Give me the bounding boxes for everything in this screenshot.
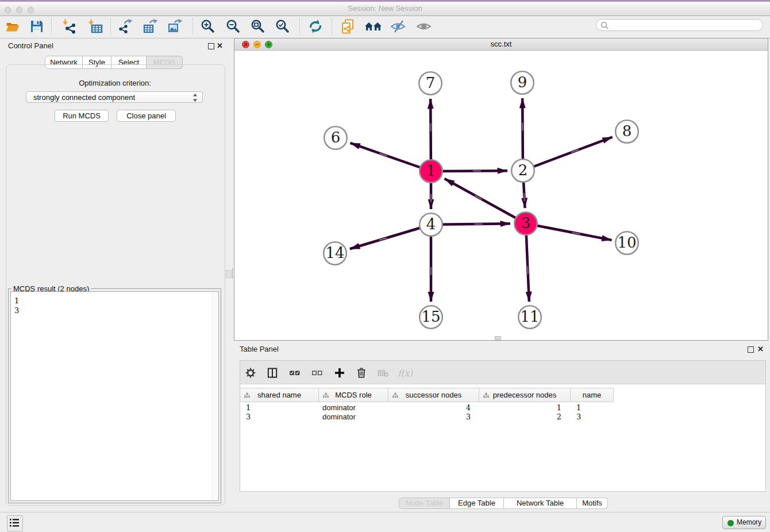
mcds-result-line: 1 (11, 296, 19, 306)
cell[interactable]: 1 (571, 403, 614, 413)
status-list-button[interactable] (7, 515, 23, 531)
node-label-7: 7 (426, 74, 436, 91)
table-panel-float-button[interactable] (748, 346, 754, 353)
cell[interactable]: 1 (479, 403, 571, 413)
table-row-2[interactable]: 3dominator323 (240, 413, 767, 422)
table-tab-node-table[interactable]: Node Table (399, 498, 450, 509)
node-label-14: 14 (325, 244, 344, 261)
column-header-predecessor-nodes[interactable]: predecessor nodes (479, 388, 571, 402)
status-bar: Memory (0, 512, 770, 532)
cell[interactable]: 4 (388, 403, 479, 413)
column-header-shared-name[interactable]: shared name (240, 388, 319, 402)
close-panel-button[interactable]: Close panel (117, 110, 176, 122)
svg-text:f(x): f(x) (398, 368, 413, 379)
select-all-icon[interactable] (287, 365, 302, 380)
edge-label-4-15 (430, 267, 432, 275)
network-view-window: scc.txt 1234678910111415 (234, 38, 768, 341)
view-minimize-button[interactable] (253, 41, 261, 48)
search-box[interactable] (596, 19, 763, 31)
memory-button[interactable]: Memory (722, 516, 766, 529)
optimization-criterion-select[interactable]: strongly connected component (26, 91, 203, 103)
mcds-result-scrollbar[interactable] (212, 292, 218, 500)
table-settings-icon[interactable] (243, 365, 258, 380)
toolbar-separator (192, 18, 193, 34)
hide-selected-icon[interactable] (390, 19, 407, 34)
clone-network-icon[interactable] (340, 19, 355, 34)
export-image-icon[interactable] (168, 19, 183, 34)
mcds-result-line: 3 (11, 306, 19, 315)
zoom-selected-icon[interactable] (275, 19, 290, 34)
edge-3-1[interactable] (445, 179, 526, 223)
show-columns-icon[interactable] (265, 365, 280, 380)
zoom-fit-icon[interactable] (251, 19, 265, 34)
sort-icon (323, 392, 329, 398)
edge-label-1-7 (430, 123, 431, 131)
cell[interactable]: 3 (240, 413, 319, 422)
main-toolbar (0, 16, 770, 38)
control-panel-close-button[interactable]: ✕ (217, 43, 223, 49)
cell[interactable]: 1 (240, 403, 319, 413)
cell[interactable]: dominator (319, 403, 388, 413)
window-close-button[interactable] (5, 7, 11, 13)
search-icon (600, 21, 609, 30)
delete-icon[interactable] (354, 365, 369, 380)
memory-status-icon (727, 520, 734, 526)
column-header-name[interactable]: name (571, 388, 614, 402)
memory-button-label: Memory (737, 518, 761, 526)
run-mcds-button[interactable]: Run MCDS (55, 110, 109, 122)
list-icon (7, 516, 21, 530)
network-canvas[interactable]: 1234678910111415 (234, 51, 768, 340)
node-label-6: 6 (331, 129, 341, 146)
column-header-MCDS-role[interactable]: MCDS role (319, 388, 388, 402)
export-table-icon[interactable] (143, 19, 158, 34)
window-minimize-button[interactable] (16, 7, 22, 13)
zoom-in-icon[interactable] (201, 19, 215, 34)
table-tab-edge-table[interactable]: Edge Table (450, 498, 504, 509)
edge-1-6[interactable] (350, 143, 431, 171)
search-input[interactable] (610, 20, 759, 30)
cell[interactable]: dominator (319, 413, 388, 422)
table-panel-close-button[interactable]: ✕ (757, 346, 764, 353)
splitter-handle[interactable] (495, 336, 501, 340)
select-chevrons-icon (192, 94, 198, 102)
save-session-icon[interactable] (29, 19, 44, 34)
first-neighbors-icon[interactable] (364, 19, 383, 34)
edge-3-10[interactable] (526, 223, 611, 240)
import-network-icon[interactable] (62, 19, 77, 34)
table-tab-network-table[interactable]: Network Table (504, 498, 577, 509)
table-row-1[interactable]: 1dominator411 (240, 403, 767, 413)
cell[interactable]: 3 (571, 413, 614, 422)
window-zoom-button[interactable] (28, 7, 34, 13)
import-table-icon[interactable] (88, 19, 103, 34)
zoom-out-icon[interactable] (226, 19, 241, 34)
node-label-8: 8 (622, 122, 632, 140)
show-all-icon[interactable] (415, 19, 433, 34)
mcds-result-area[interactable]: 13 (10, 291, 219, 501)
left-splitter-line (232, 268, 233, 279)
edge-4-14[interactable] (350, 225, 431, 249)
toolbar-separator (332, 18, 332, 34)
view-close-button[interactable] (242, 41, 249, 48)
sort-icon (483, 392, 489, 398)
deselect-all-icon[interactable] (310, 365, 325, 380)
node-label-11: 11 (520, 308, 539, 325)
column-header-successor-nodes[interactable]: successor nodes (388, 388, 479, 402)
refresh-icon[interactable] (308, 19, 323, 34)
function-builder-icon[interactable]: f(x) (395, 365, 415, 380)
control-panel-float-button[interactable] (208, 43, 214, 49)
app-window: Session: New Session (0, 0, 770, 532)
edge-2-8[interactable] (523, 137, 613, 171)
export-network-icon[interactable] (118, 19, 133, 34)
delete-column-icon[interactable] (376, 365, 391, 380)
node-label-1: 1 (426, 162, 436, 179)
add-icon[interactable] (332, 365, 347, 380)
edge-label-1-2 (473, 170, 481, 171)
cell[interactable]: 2 (479, 413, 571, 422)
table-tab-motifs[interactable]: Motifs (577, 498, 608, 509)
open-session-icon[interactable] (5, 19, 20, 34)
node-label-2: 2 (518, 161, 528, 179)
node-label-3: 3 (521, 214, 531, 232)
view-zoom-button[interactable] (265, 41, 272, 48)
cell[interactable]: 3 (388, 413, 479, 422)
left-splitter-handle[interactable] (226, 270, 232, 278)
